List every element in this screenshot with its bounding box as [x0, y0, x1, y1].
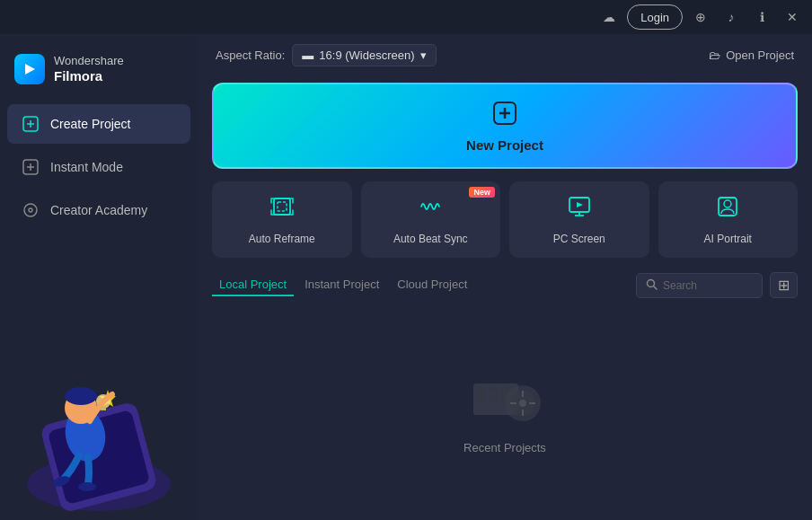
cloud-icon: ☁: [603, 10, 615, 24]
svg-point-42: [519, 400, 526, 407]
content-topbar: Aspect Ratio: ▬ 16:9 (Widescreen) ▾ 🗁 Op…: [198, 34, 812, 75]
svg-rect-37: [476, 396, 485, 403]
film-reel-icon: [469, 366, 541, 428]
svg-marker-28: [577, 202, 583, 207]
svg-point-8: [29, 208, 32, 212]
quick-actions-grid: Auto Reframe New Auto Beat Sync: [198, 176, 812, 263]
sidebar-illustration: [0, 340, 198, 520]
create-project-label: Create Project: [50, 117, 130, 131]
svg-point-14: [65, 387, 97, 405]
download-icon: ⊕: [695, 10, 706, 24]
brand-name: Wondershare: [54, 54, 124, 68]
folder-icon: 🗁: [709, 48, 720, 62]
sidebar-item-create-project[interactable]: Create Project: [7, 104, 190, 144]
new-project-label: New Project: [466, 137, 543, 153]
info-icon: ℹ: [760, 10, 764, 24]
new-project-icon: [490, 99, 519, 134]
sidebar-item-instant-mode[interactable]: Instant Mode: [7, 147, 190, 187]
creator-academy-label: Creator Academy: [50, 203, 147, 217]
close-icon: ✕: [787, 10, 798, 24]
aspect-ratio-dropdown[interactable]: ▬ 16:9 (Widescreen) ▾: [292, 44, 436, 66]
auto-reframe-icon: [269, 194, 295, 225]
monitor-icon: ▬: [302, 48, 313, 62]
quick-action-auto-beat-sync[interactable]: New Auto Beat Sync: [361, 181, 501, 258]
svg-marker-0: [25, 64, 35, 75]
chevron-down-icon: ▾: [420, 48, 427, 62]
svg-point-7: [24, 204, 37, 216]
svg-point-31: [648, 279, 655, 286]
product-name: Filmora: [54, 68, 124, 84]
tab-cloud-project[interactable]: Cloud Project: [390, 274, 474, 296]
open-project-label: Open Project: [726, 48, 794, 62]
projects-tools: ⊞: [636, 272, 798, 298]
title-bar: ☁ Login ⊕ ♪ ℹ ✕: [0, 0, 812, 34]
pc-screen-icon: [567, 194, 592, 225]
ai-portrait-label: AI Portrait: [704, 233, 752, 245]
projects-section: Local Project Instant Project Cloud Proj…: [198, 263, 812, 520]
cloud-button[interactable]: ☁: [596, 4, 622, 30]
grid-icon: ⊞: [778, 278, 790, 293]
pc-screen-label: PC Screen: [553, 233, 605, 245]
creator-academy-icon: [22, 201, 40, 219]
open-project-button[interactable]: 🗁 Open Project: [709, 48, 794, 62]
project-tabs: Local Project Instant Project Cloud Proj…: [212, 274, 474, 296]
logo: Wondershare Filmora: [0, 43, 198, 102]
tab-local-project[interactable]: Local Project: [212, 274, 294, 296]
svg-rect-24: [278, 202, 287, 211]
logo-text: Wondershare Filmora: [54, 54, 124, 84]
download-button[interactable]: ⊕: [688, 4, 713, 30]
login-label: Login: [640, 11, 669, 24]
aspect-ratio-group: Aspect Ratio: ▬ 16:9 (Widescreen) ▾: [216, 44, 437, 66]
logo-icon: [14, 54, 45, 84]
quick-action-pc-screen[interactable]: PC Screen: [509, 181, 649, 258]
svg-rect-23: [274, 198, 290, 215]
svg-point-30: [724, 200, 731, 207]
svg-rect-38: [489, 396, 498, 403]
sidebar: Wondershare Filmora Create Project: [0, 34, 198, 520]
auto-reframe-label: Auto Reframe: [249, 233, 315, 245]
quick-action-ai-portrait[interactable]: AI Portrait: [658, 181, 799, 258]
quick-action-auto-reframe[interactable]: Auto Reframe: [212, 181, 352, 258]
aspect-ratio-value: 16:9 (Widescreen): [319, 48, 414, 62]
svg-point-19: [78, 482, 96, 491]
instant-mode-label: Instant Mode: [50, 160, 123, 174]
close-button[interactable]: ✕: [780, 4, 805, 30]
empty-state-label: Recent Projects: [463, 441, 546, 454]
sidebar-item-creator-academy[interactable]: Creator Academy: [7, 190, 190, 230]
tab-instant-project[interactable]: Instant Project: [297, 274, 386, 296]
bell-button[interactable]: ♪: [719, 4, 744, 30]
create-project-icon: [22, 115, 40, 133]
projects-header: Local Project Instant Project Cloud Proj…: [212, 272, 798, 298]
instant-mode-icon: [22, 158, 40, 176]
login-button[interactable]: Login: [627, 4, 683, 30]
info-button[interactable]: ℹ: [749, 4, 774, 30]
empty-state: Recent Projects: [212, 309, 798, 511]
bell-icon: ♪: [728, 10, 735, 24]
svg-rect-34: [476, 386, 485, 393]
content-area: Aspect Ratio: ▬ 16:9 (Widescreen) ▾ 🗁 Op…: [198, 34, 812, 520]
search-box: [636, 273, 763, 298]
auto-beat-sync-label: Auto Beat Sync: [393, 233, 468, 245]
svg-rect-35: [489, 386, 498, 393]
grid-toggle-button[interactable]: ⊞: [770, 272, 798, 298]
search-icon: [646, 278, 658, 294]
aspect-ratio-label: Aspect Ratio:: [216, 48, 285, 62]
new-badge: New: [469, 187, 495, 198]
main-layout: Wondershare Filmora Create Project: [0, 34, 812, 520]
new-project-banner[interactable]: New Project: [212, 83, 798, 169]
svg-line-32: [654, 286, 657, 289]
ai-portrait-icon: [715, 194, 740, 225]
auto-beat-sync-icon: [418, 194, 443, 225]
search-input[interactable]: [663, 279, 753, 292]
